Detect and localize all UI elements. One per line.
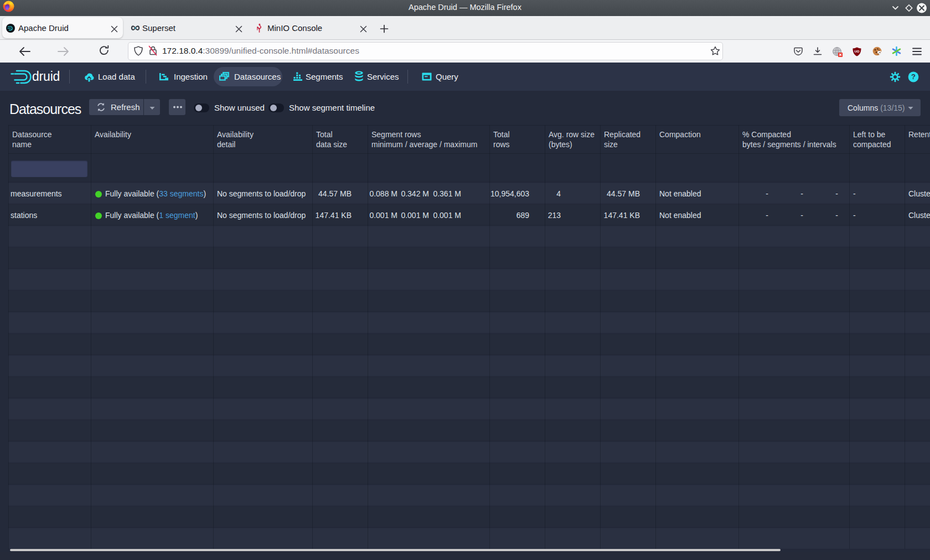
- svg-text:?: ?: [911, 72, 916, 81]
- svg-text:UO: UO: [855, 50, 860, 53]
